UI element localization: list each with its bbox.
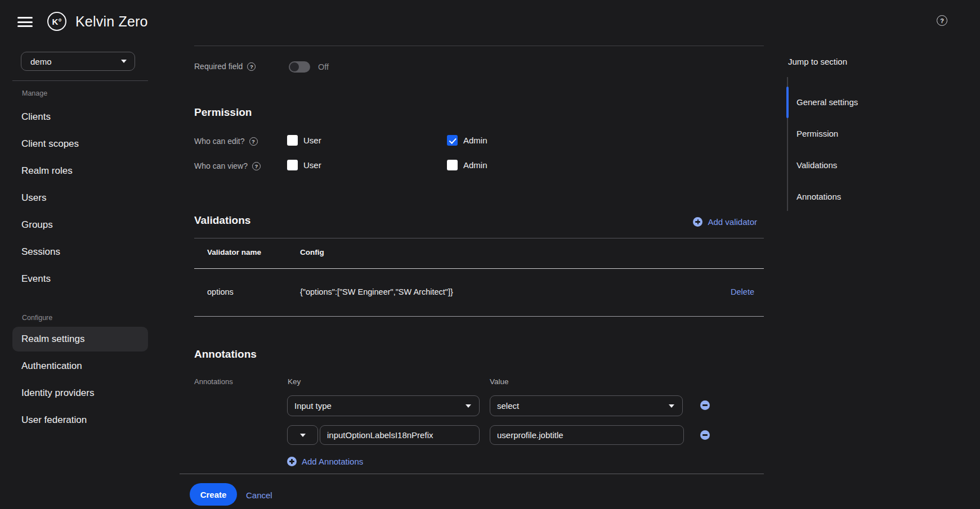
- create-button[interactable]: Create: [190, 483, 237, 506]
- annotation-key-input[interactable]: [320, 425, 480, 445]
- view-admin-label: Admin: [463, 160, 487, 170]
- column-header-config: Config: [300, 248, 324, 256]
- view-user-label: User: [303, 160, 321, 170]
- sidebar-divider: [12, 80, 148, 81]
- add-annotations-button[interactable]: Add Annotations: [287, 457, 363, 466]
- sidebar-nav-configure: Realm settings Authentication Identity p…: [12, 326, 148, 434]
- table-top-border: [194, 238, 764, 238]
- chevron-down-icon: [669, 404, 674, 408]
- realm-selector[interactable]: demo: [21, 52, 135, 71]
- validations-title: Validations: [194, 214, 250, 227]
- toc-item-validations[interactable]: Validations: [796, 160, 837, 170]
- annotations-title: Annotations: [194, 348, 257, 361]
- who-can-view-row: Who can view? ? User Admin: [194, 160, 764, 173]
- footer-divider: [180, 474, 764, 474]
- sidebar-item-events[interactable]: Events: [12, 265, 148, 292]
- annotation-value-input[interactable]: [490, 425, 684, 445]
- view-user-checkbox[interactable]: [287, 160, 298, 170]
- realm-selector-value: demo: [30, 57, 52, 66]
- remove-annotation-button[interactable]: [700, 400, 710, 410]
- chevron-down-icon: [121, 60, 127, 63]
- sidebar-item-client-scopes[interactable]: Client scopes: [12, 130, 148, 157]
- remove-annotation-button[interactable]: [700, 430, 710, 440]
- annotations-key-label: Key: [288, 377, 301, 386]
- annotations-field-label: Annotations: [194, 377, 233, 386]
- view-user-option: User: [287, 160, 321, 170]
- edit-admin-label: Admin: [463, 136, 487, 145]
- sidebar-item-user-federation[interactable]: User federation: [12, 407, 148, 434]
- validator-config-cell: {"options":["SW Engineer","SW Architect"…: [300, 287, 453, 296]
- sidebar-item-sessions[interactable]: Sessions: [12, 238, 148, 265]
- question-circle-icon[interactable]: ?: [252, 162, 261, 170]
- who-can-edit-row: Who can edit? ? User Admin: [194, 135, 764, 148]
- who-can-view-label: Who can view? ?: [194, 161, 261, 170]
- permission-title: Permission: [194, 106, 252, 119]
- toc-item-permission[interactable]: Permission: [796, 129, 838, 138]
- sidebar-section-configure: Configure: [22, 314, 52, 322]
- sidebar-item-groups[interactable]: Groups: [12, 211, 148, 238]
- view-admin-checkbox[interactable]: [447, 160, 458, 170]
- app-window: K° Kelvin Zero ? demo Manage Clients Cli…: [0, 0, 980, 509]
- validator-name-cell: options: [207, 287, 234, 296]
- required-field-label: Required field ?: [194, 62, 256, 71]
- annotation-key-type-select[interactable]: [287, 425, 318, 445]
- sidebar-item-identity-providers[interactable]: Identity providers: [12, 380, 148, 407]
- sidebar-nav-manage: Clients Client scopes Realm roles Users …: [12, 103, 148, 292]
- edit-user-label: User: [303, 136, 321, 145]
- edit-admin-checkbox[interactable]: [447, 135, 458, 146]
- sidebar-item-realm-roles[interactable]: Realm roles: [12, 157, 148, 184]
- cancel-button[interactable]: Cancel: [246, 490, 272, 500]
- edit-admin-option: Admin: [447, 135, 487, 146]
- annotation-key-select[interactable]: Input type: [287, 395, 480, 416]
- required-field-toggle[interactable]: [289, 61, 310, 73]
- sidebar-item-realm-settings[interactable]: Realm settings: [12, 327, 148, 352]
- who-can-view-label-text: Who can view?: [194, 161, 248, 170]
- main-content: Required field ? Off Permission Who can …: [194, 0, 764, 509]
- question-circle-icon[interactable]: ?: [249, 137, 258, 146]
- table-header-border: [194, 268, 764, 269]
- add-validator-label: Add validator: [708, 217, 757, 227]
- annotations-value-label: Value: [490, 377, 509, 386]
- required-field-label-text: Required field: [194, 62, 243, 71]
- top-divider: [194, 46, 764, 46]
- who-can-edit-label: Who can edit? ?: [194, 137, 258, 146]
- who-can-edit-label-text: Who can edit?: [194, 137, 245, 146]
- toc-item-general-settings[interactable]: General settings: [796, 97, 858, 107]
- brand-logo-icon: K°: [47, 12, 66, 31]
- edit-user-option: User: [287, 135, 321, 146]
- toc-item-annotations[interactable]: Annotations: [796, 192, 841, 201]
- question-circle-icon[interactable]: ?: [247, 62, 256, 71]
- jump-to-section-title: Jump to section: [788, 57, 847, 66]
- help-icon[interactable]: ?: [937, 15, 947, 26]
- chevron-down-icon: [300, 434, 306, 437]
- brand-title: Kelvin Zero: [75, 13, 148, 30]
- add-annotations-label: Add Annotations: [302, 457, 363, 466]
- menu-icon[interactable]: [17, 17, 33, 27]
- edit-user-checkbox[interactable]: [287, 135, 298, 146]
- view-admin-option: Admin: [447, 160, 487, 170]
- sidebar-item-authentication[interactable]: Authentication: [12, 353, 148, 380]
- sidebar-item-users[interactable]: Users: [12, 184, 148, 211]
- table-bottom-border: [194, 316, 764, 317]
- column-header-validator-name: Validator name: [207, 248, 261, 256]
- toc-active-indicator: [786, 87, 789, 118]
- annotation-value-select-value: select: [497, 401, 519, 411]
- annotation-value-select[interactable]: select: [490, 395, 683, 416]
- annotation-key-select-value: Input type: [294, 401, 332, 411]
- add-validator-button[interactable]: Add validator: [693, 217, 757, 227]
- delete-validator-button[interactable]: Delete: [731, 287, 754, 296]
- sidebar-section-manage: Manage: [22, 89, 47, 97]
- toggle-knob: [290, 62, 299, 71]
- required-field-state: Off: [318, 62, 329, 71]
- chevron-down-icon: [466, 404, 471, 408]
- plus-circle-icon: [693, 217, 702, 227]
- sidebar-item-clients[interactable]: Clients: [12, 103, 148, 130]
- plus-circle-icon: [287, 457, 297, 466]
